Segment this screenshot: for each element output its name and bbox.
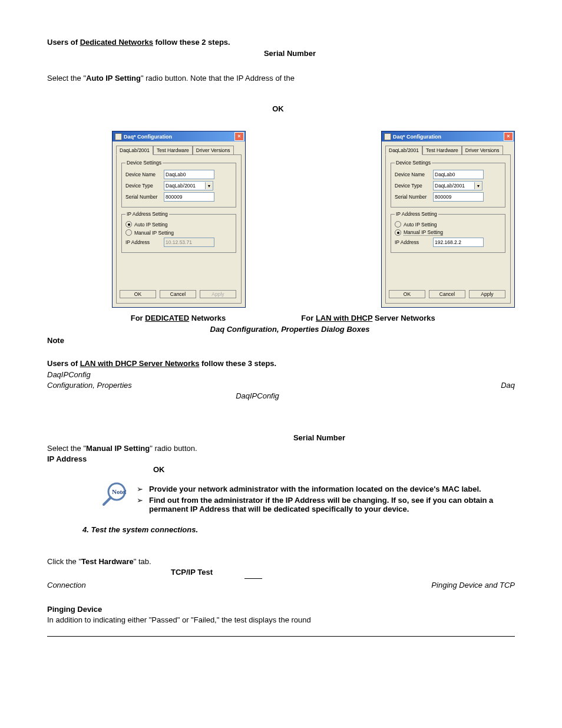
- note-block: Note! ➢ Provide your network administrat…: [100, 482, 515, 516]
- app-icon: [115, 133, 122, 140]
- cancel-button[interactable]: Cancel: [160, 290, 196, 298]
- ok2-heading: OK: [153, 465, 515, 474]
- footer-rule: [47, 636, 515, 637]
- ip-address-label: IP Address: [125, 239, 164, 245]
- tabs: DaqLab/2001 Test Hardware Driver Version…: [113, 141, 245, 154]
- serial-number-input[interactable]: 800009: [433, 192, 484, 202]
- close-icon[interactable]: ×: [234, 132, 244, 141]
- bullet-icon: ➢: [137, 496, 143, 513]
- dialog-dedicated: Daq* Configuration × DaqLab/2001 Test Ha…: [112, 131, 246, 308]
- figure-caption: Daq Configuration, Properties Dialog Box…: [65, 325, 515, 334]
- device-name-input[interactable]: DaqLab0: [164, 170, 214, 179]
- svg-line-1: [104, 498, 111, 505]
- window-title: Daq* Configuration: [124, 134, 172, 140]
- tab-daqlab[interactable]: DaqLab/2001: [385, 146, 422, 155]
- titlebar: Daq* Configuration ×: [382, 131, 514, 141]
- auto-ip-radio[interactable]: Auto IP Setting: [125, 221, 232, 228]
- device-type-select[interactable]: DaqLab/2001 ▼: [433, 181, 482, 190]
- apply-button[interactable]: Apply: [469, 290, 505, 298]
- device-type-label: Device Type: [395, 183, 433, 189]
- ip-setting-group: IP Address Setting Auto IP Setting Manua…: [121, 211, 236, 253]
- radio-icon: [125, 229, 132, 236]
- tab-driver-versions[interactable]: Driver Versions: [193, 146, 234, 155]
- tab-body: Device Settings Device Name DaqLab0 Devi…: [116, 154, 242, 304]
- device-settings-legend: Device Settings: [125, 160, 163, 166]
- device-settings-group: Device Settings Device Name DaqLab0 Devi…: [391, 160, 505, 207]
- serial-number2: Serial Number: [124, 433, 515, 442]
- caption-dedicated: For DEDICATED Networks: [112, 314, 244, 322]
- note-bullet-2: ➢ Find out from the administrator if the…: [137, 496, 515, 513]
- config-props-line: Configuration, Properties: [47, 381, 515, 390]
- radio-icon: [395, 221, 401, 228]
- lan-dhcp-heading: Users of LAN with DHCP Server Networks f…: [47, 359, 515, 368]
- note-label: Note: [47, 336, 515, 345]
- tab-driver-versions[interactable]: Driver Versions: [462, 146, 503, 155]
- serial-number-label: Serial Number: [395, 194, 433, 200]
- ok-button[interactable]: OK: [389, 290, 425, 298]
- ip-address-heading: IP Address: [47, 454, 515, 463]
- device-name-label: Device Name: [395, 172, 433, 177]
- device-settings-group: Device Settings Device Name DaqLab0 Devi…: [121, 160, 236, 207]
- dialog-lan-dhcp: Daq* Configuration × DaqLab/2001 Test Ha…: [381, 131, 515, 308]
- device-settings-legend: Device Settings: [395, 160, 432, 166]
- app-icon: [384, 133, 391, 140]
- device-type-select[interactable]: DaqLab/2001 ▼: [164, 181, 213, 190]
- serial-number-heading: Serial Number: [65, 49, 515, 58]
- tabs: DaqLab/2001 Test Hardware Driver Version…: [382, 141, 514, 154]
- bullet-icon: ➢: [137, 485, 143, 493]
- serial-number-input[interactable]: 800009: [164, 192, 214, 202]
- ip-setting-legend: IP Address Setting: [395, 211, 438, 217]
- select-manual-line: Select the "Manual IP Setting" radio but…: [47, 444, 515, 453]
- tab-test-hardware[interactable]: Test Hardware: [153, 146, 193, 155]
- dialogs-row: Daq* Configuration × DaqLab/2001 Test Ha…: [112, 131, 515, 308]
- passed-failed-line: In addition to indicating either "Passed…: [47, 615, 515, 624]
- ip-setting-legend: IP Address Setting: [125, 211, 169, 217]
- daqipconfig2-line: DaqIPConfig: [0, 391, 515, 400]
- radio-icon: [395, 229, 401, 236]
- select-auto-line: Select the "Auto IP Setting" radio butto…: [47, 74, 515, 83]
- ip-address-label: IP Address: [395, 239, 433, 245]
- chevron-down-icon: ▼: [205, 182, 213, 189]
- tab-test-hardware[interactable]: Test Hardware: [422, 146, 462, 155]
- pinging-device-heading: Pinging Device: [47, 605, 515, 614]
- note-bullet-1: ➢ Provide your network administrator wit…: [137, 485, 515, 493]
- serial-number-label: Serial Number: [125, 194, 164, 200]
- dedicated-networks-heading: Users of Dedicated Networks follow these…: [47, 38, 515, 47]
- manual-ip-radio[interactable]: Manual IP Setting: [125, 229, 232, 236]
- ip-address-input[interactable]: 10.12.53.71: [164, 238, 214, 247]
- caption-lan-dhcp: For LAN with DHCP Server Networks: [280, 314, 457, 322]
- step4-heading: 4. Test the system connections.: [82, 525, 515, 534]
- close-icon[interactable]: ×: [504, 132, 513, 141]
- titlebar: Daq* Configuration ×: [113, 131, 245, 141]
- device-name-input[interactable]: DaqLab0: [433, 170, 484, 179]
- manual-ip-radio[interactable]: Manual IP Setting: [395, 229, 501, 236]
- svg-text:Note!: Note!: [112, 488, 126, 495]
- device-name-label: Device Name: [125, 172, 164, 177]
- chevron-down-icon: ▼: [474, 182, 482, 189]
- radio-icon: [125, 221, 132, 228]
- window-title: Daq* Configuration: [393, 134, 441, 140]
- tab-daqlab[interactable]: DaqLab/2001: [116, 146, 153, 155]
- caption-row: For DEDICATED Networks For LAN with DHCP…: [112, 314, 515, 322]
- tab-body: Device Settings Device Name DaqLab0 Devi…: [385, 154, 511, 304]
- ok-button[interactable]: OK: [120, 290, 156, 298]
- ip-setting-group: IP Address Setting Auto IP Setting Manua…: [391, 211, 505, 253]
- ip-address-input[interactable]: 192.168.2.2: [433, 238, 484, 247]
- note-icon: Note!: [100, 482, 126, 508]
- tcpip-test-heading: TCP/IP Test: [171, 568, 515, 577]
- ok-heading: OK: [41, 104, 515, 113]
- click-test-hw-line: Click the "Test Hardware" tab.: [47, 557, 515, 566]
- cancel-button[interactable]: Cancel: [429, 290, 465, 298]
- device-type-label: Device Type: [125, 183, 164, 189]
- auto-ip-radio[interactable]: Auto IP Setting: [395, 221, 501, 228]
- apply-button[interactable]: Apply: [200, 290, 236, 298]
- underline-rule: [244, 578, 262, 579]
- daqipconfig-line: DaqIPConfig: [47, 370, 515, 379]
